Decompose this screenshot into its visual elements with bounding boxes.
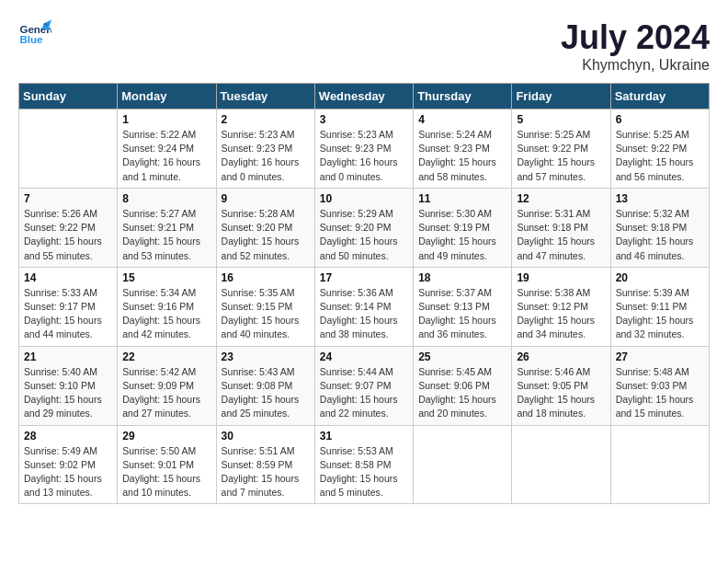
- day-cell: 14Sunrise: 5:33 AM Sunset: 9:17 PM Dayli…: [19, 267, 118, 346]
- title-block: July 2024 Khymchyn, Ukraine: [561, 18, 710, 74]
- day-number: 10: [320, 192, 408, 205]
- day-number: 11: [418, 192, 506, 205]
- day-cell: 26Sunrise: 5:46 AM Sunset: 9:05 PM Dayli…: [512, 346, 610, 425]
- day-cell: [610, 425, 709, 504]
- day-cell: 24Sunrise: 5:44 AM Sunset: 9:07 PM Dayli…: [314, 346, 413, 425]
- day-cell: 21Sunrise: 5:40 AM Sunset: 9:10 PM Dayli…: [19, 346, 118, 425]
- day-info: Sunrise: 5:35 AM Sunset: 9:15 PM Dayligh…: [222, 286, 310, 342]
- day-cell: 8Sunrise: 5:27 AM Sunset: 9:21 PM Daylig…: [118, 188, 216, 267]
- day-cell: 22Sunrise: 5:42 AM Sunset: 9:09 PM Dayli…: [118, 346, 216, 425]
- day-number: 17: [320, 271, 408, 284]
- day-info: Sunrise: 5:46 AM Sunset: 9:05 PM Dayligh…: [517, 365, 605, 421]
- day-number: 31: [320, 430, 408, 442]
- day-number: 8: [122, 192, 210, 205]
- day-cell: [19, 109, 118, 189]
- day-number: 26: [517, 350, 605, 363]
- day-cell: 5Sunrise: 5:25 AM Sunset: 9:22 PM Daylig…: [512, 109, 610, 189]
- day-cell: 18Sunrise: 5:37 AM Sunset: 9:13 PM Dayli…: [414, 267, 512, 346]
- day-cell: 30Sunrise: 5:51 AM Sunset: 8:59 PM Dayli…: [216, 425, 314, 504]
- day-number: 20: [616, 271, 704, 284]
- day-info: Sunrise: 5:44 AM Sunset: 9:07 PM Dayligh…: [320, 365, 408, 421]
- day-info: Sunrise: 5:29 AM Sunset: 9:20 PM Dayligh…: [320, 207, 408, 263]
- day-info: Sunrise: 5:37 AM Sunset: 9:13 PM Dayligh…: [418, 286, 506, 342]
- weekday-header-wednesday: Wednesday: [314, 84, 413, 109]
- day-cell: 13Sunrise: 5:32 AM Sunset: 9:18 PM Dayli…: [610, 188, 709, 267]
- day-cell: 7Sunrise: 5:26 AM Sunset: 9:22 PM Daylig…: [19, 188, 118, 267]
- day-number: 25: [418, 350, 506, 363]
- day-cell: 31Sunrise: 5:53 AM Sunset: 8:58 PM Dayli…: [314, 425, 413, 504]
- day-number: 15: [122, 271, 210, 284]
- page-header: General Blue July 2024 Khymchyn, Ukraine: [18, 18, 710, 74]
- day-cell: 27Sunrise: 5:48 AM Sunset: 9:03 PM Dayli…: [610, 346, 709, 425]
- logo-icon: General Blue: [18, 18, 51, 52]
- day-number: 28: [24, 430, 112, 442]
- day-number: 12: [517, 192, 605, 205]
- day-info: Sunrise: 5:33 AM Sunset: 9:17 PM Dayligh…: [24, 286, 112, 342]
- day-info: Sunrise: 5:25 AM Sunset: 9:22 PM Dayligh…: [517, 128, 605, 184]
- day-info: Sunrise: 5:51 AM Sunset: 8:59 PM Dayligh…: [222, 444, 310, 500]
- day-cell: 19Sunrise: 5:38 AM Sunset: 9:12 PM Dayli…: [512, 267, 610, 346]
- day-info: Sunrise: 5:38 AM Sunset: 9:12 PM Dayligh…: [517, 286, 605, 342]
- day-cell: 16Sunrise: 5:35 AM Sunset: 9:15 PM Dayli…: [216, 267, 314, 346]
- day-number: 1: [122, 113, 210, 126]
- day-cell: 6Sunrise: 5:25 AM Sunset: 9:22 PM Daylig…: [610, 109, 709, 189]
- day-number: 6: [616, 113, 704, 126]
- day-info: Sunrise: 5:42 AM Sunset: 9:09 PM Dayligh…: [122, 365, 210, 421]
- day-cell: 17Sunrise: 5:36 AM Sunset: 9:14 PM Dayli…: [314, 267, 413, 346]
- weekday-header-friday: Friday: [512, 84, 610, 109]
- day-cell: 15Sunrise: 5:34 AM Sunset: 9:16 PM Dayli…: [118, 267, 216, 346]
- week-row-5: 28Sunrise: 5:49 AM Sunset: 9:02 PM Dayli…: [19, 425, 710, 504]
- day-info: Sunrise: 5:23 AM Sunset: 9:23 PM Dayligh…: [320, 128, 408, 184]
- day-cell: 23Sunrise: 5:43 AM Sunset: 9:08 PM Dayli…: [216, 346, 314, 425]
- day-cell: 28Sunrise: 5:49 AM Sunset: 9:02 PM Dayli…: [19, 425, 118, 504]
- day-info: Sunrise: 5:36 AM Sunset: 9:14 PM Dayligh…: [320, 286, 408, 342]
- day-info: Sunrise: 5:22 AM Sunset: 9:24 PM Dayligh…: [122, 128, 210, 184]
- day-number: 9: [222, 192, 310, 205]
- day-info: Sunrise: 5:24 AM Sunset: 9:23 PM Dayligh…: [418, 128, 506, 184]
- day-number: 4: [418, 113, 506, 126]
- calendar-table: SundayMondayTuesdayWednesdayThursdayFrid…: [18, 83, 710, 504]
- week-row-4: 21Sunrise: 5:40 AM Sunset: 9:10 PM Dayli…: [19, 346, 710, 425]
- day-number: 27: [616, 350, 704, 363]
- day-info: Sunrise: 5:28 AM Sunset: 9:20 PM Dayligh…: [222, 207, 310, 263]
- day-number: 18: [418, 271, 506, 284]
- day-cell: 9Sunrise: 5:28 AM Sunset: 9:20 PM Daylig…: [216, 188, 314, 267]
- day-cell: [414, 425, 512, 504]
- logo: General Blue: [18, 18, 51, 52]
- day-info: Sunrise: 5:43 AM Sunset: 9:08 PM Dayligh…: [222, 365, 310, 421]
- day-number: 14: [24, 271, 112, 284]
- day-info: Sunrise: 5:53 AM Sunset: 8:58 PM Dayligh…: [320, 444, 408, 500]
- location: Khymchyn, Ukraine: [561, 57, 710, 74]
- day-cell: [512, 425, 610, 504]
- day-number: 7: [24, 192, 112, 205]
- day-info: Sunrise: 5:45 AM Sunset: 9:06 PM Dayligh…: [418, 365, 506, 421]
- day-number: 19: [517, 271, 605, 284]
- svg-text:Blue: Blue: [19, 34, 43, 45]
- day-number: 2: [222, 113, 310, 126]
- day-info: Sunrise: 5:50 AM Sunset: 9:01 PM Dayligh…: [122, 444, 210, 500]
- day-number: 22: [122, 350, 210, 363]
- weekday-header-thursday: Thursday: [414, 84, 512, 109]
- day-info: Sunrise: 5:34 AM Sunset: 9:16 PM Dayligh…: [122, 286, 210, 342]
- weekday-header-sunday: Sunday: [19, 84, 118, 109]
- weekday-header-monday: Monday: [118, 84, 216, 109]
- week-row-3: 14Sunrise: 5:33 AM Sunset: 9:17 PM Dayli…: [19, 267, 710, 346]
- day-number: 16: [222, 271, 310, 284]
- day-number: 24: [320, 350, 408, 363]
- month-year: July 2024: [561, 18, 710, 57]
- day-info: Sunrise: 5:49 AM Sunset: 9:02 PM Dayligh…: [24, 444, 112, 500]
- day-number: 5: [517, 113, 605, 126]
- day-cell: 25Sunrise: 5:45 AM Sunset: 9:06 PM Dayli…: [414, 346, 512, 425]
- day-number: 3: [320, 113, 408, 126]
- day-info: Sunrise: 5:48 AM Sunset: 9:03 PM Dayligh…: [616, 365, 704, 421]
- day-info: Sunrise: 5:31 AM Sunset: 9:18 PM Dayligh…: [517, 207, 605, 263]
- day-number: 21: [24, 350, 112, 363]
- weekday-header-tuesday: Tuesday: [216, 84, 314, 109]
- day-cell: 10Sunrise: 5:29 AM Sunset: 9:20 PM Dayli…: [314, 188, 413, 267]
- day-info: Sunrise: 5:23 AM Sunset: 9:23 PM Dayligh…: [222, 128, 310, 184]
- day-cell: 12Sunrise: 5:31 AM Sunset: 9:18 PM Dayli…: [512, 188, 610, 267]
- day-info: Sunrise: 5:26 AM Sunset: 9:22 PM Dayligh…: [24, 207, 112, 263]
- day-number: 29: [122, 430, 210, 442]
- day-info: Sunrise: 5:27 AM Sunset: 9:21 PM Dayligh…: [122, 207, 210, 263]
- day-number: 30: [222, 430, 310, 442]
